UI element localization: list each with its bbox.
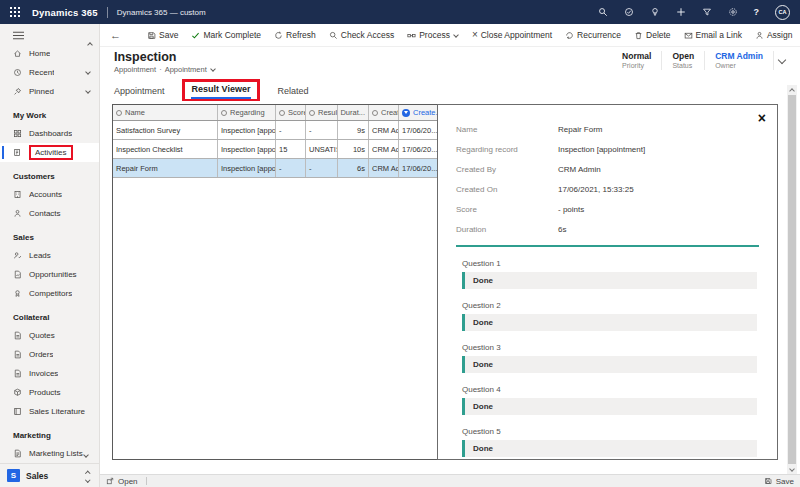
column-header-createdon-sorted[interactable]: Create... — [398, 105, 438, 120]
sidebar-group-title: Marketing — [0, 421, 99, 444]
owner-value[interactable]: CRM Admin — [715, 51, 763, 61]
form-selector[interactable]: Appointment — [165, 65, 207, 74]
scrollbar-thumb[interactable] — [788, 95, 796, 464]
assign-button[interactable]: Assign — [755, 30, 793, 40]
sidebar-item-label: Products — [29, 388, 61, 397]
status-label: Status — [672, 61, 694, 70]
sidebar-item-competitors[interactable]: Competitors — [0, 284, 99, 303]
column-header-duration[interactable]: Durat... — [337, 105, 368, 120]
menu-icon[interactable] — [0, 24, 99, 44]
person-icon — [13, 209, 22, 218]
sidebar-item-pinned[interactable]: Pinned — [0, 82, 99, 101]
sidebar-item-orders[interactable]: Orders — [0, 345, 99, 364]
sort-descending-icon — [402, 109, 410, 117]
sidebar-scroll-down[interactable] — [83, 450, 89, 460]
field-label: Created On — [456, 185, 558, 194]
popout-button[interactable]: Open — [106, 477, 138, 486]
home-icon — [13, 49, 22, 58]
mark-complete-button[interactable]: Mark Complete — [191, 30, 261, 40]
table-row-selected[interactable]: Repair Form Inspection [appoi... - - 6s … — [113, 159, 438, 178]
cube-icon — [13, 388, 22, 397]
email-link-button[interactable]: Email a Link — [684, 30, 742, 40]
gear-icon[interactable] — [728, 7, 738, 17]
tab-result-viewer[interactable]: Result Viewer — [191, 84, 252, 99]
sidebar-item-quotes[interactable]: Quotes — [0, 326, 99, 345]
sidebar-item-activities[interactable]: Activities — [0, 143, 99, 162]
question-label: Question 5 — [462, 427, 757, 436]
tab-appointment[interactable]: Appointment — [114, 86, 165, 101]
chevron-down-icon[interactable] — [85, 69, 91, 75]
delete-button[interactable]: Delete — [634, 30, 671, 40]
table-row[interactable]: Inspection Checklist Inspection [appoi..… — [113, 140, 438, 159]
column-header-name[interactable]: Name — [113, 105, 217, 120]
sidebar-item-accounts[interactable]: Accounts — [0, 185, 99, 204]
sidebar-item-leads[interactable]: Leads — [0, 246, 99, 265]
app-name[interactable]: Dynamics 365 — [32, 7, 98, 18]
subtitle-separator: · — [159, 65, 162, 74]
column-header-score[interactable]: Score — [275, 105, 305, 120]
question-answer: Done — [462, 440, 757, 457]
list-icon — [13, 449, 22, 458]
check-circle-icon[interactable] — [624, 7, 634, 17]
magnifier-icon — [329, 31, 338, 40]
sidebar-item-products[interactable]: Products — [0, 383, 99, 402]
chevron-down-icon[interactable] — [210, 66, 216, 72]
column-header-result[interactable]: Result — [305, 105, 337, 120]
sidebar-item-home[interactable]: Home — [0, 44, 99, 63]
sidebar-item-recent[interactable]: Recent — [0, 63, 99, 82]
column-header-createdby[interactable]: Creat... — [368, 105, 398, 120]
close-appointment-button[interactable]: × Close Appointment — [472, 30, 552, 40]
environment-name[interactable]: Dynamics 365 — custom — [117, 8, 206, 17]
process-button[interactable]: Process — [407, 30, 459, 40]
column-icon — [279, 110, 285, 116]
avatar[interactable]: CA — [775, 5, 790, 20]
plus-icon[interactable] — [676, 7, 686, 17]
field-label: Score — [456, 205, 558, 214]
field-value: Inspection [appointment] — [558, 145, 645, 154]
area-label: Sales — [26, 471, 79, 481]
back-button[interactable]: ← — [110, 29, 121, 41]
search-icon[interactable] — [598, 7, 608, 17]
check-access-button[interactable]: Check Access — [329, 30, 394, 40]
tab-related[interactable]: Related — [277, 86, 308, 101]
statusbar-save-button[interactable]: Save — [764, 477, 794, 486]
clock-icon — [13, 68, 22, 77]
sidebar-item-invoices[interactable]: Invoices — [0, 364, 99, 383]
status-bar: Open Save — [100, 474, 800, 487]
header-expand-chevron[interactable] — [778, 56, 786, 66]
area-switcher[interactable]: S Sales — [0, 463, 99, 487]
field-label: Name — [456, 125, 558, 134]
refresh-button[interactable]: Refresh — [274, 30, 316, 40]
sidebar-item-sales-literature[interactable]: Sales Literature — [0, 402, 99, 421]
area-switch-chevrons-icon[interactable] — [85, 469, 93, 482]
table-row[interactable]: Satisfaction Survey Inspection [appoi...… — [113, 121, 438, 140]
column-icon — [309, 110, 315, 116]
popout-icon — [106, 477, 114, 485]
sidebar-item-label: Opportunities — [29, 270, 77, 279]
scroll-down-icon[interactable] — [789, 464, 795, 474]
recurrence-button[interactable]: Recurrence — [565, 30, 621, 40]
waffle-icon[interactable] — [10, 7, 20, 17]
sidebar-item-contacts[interactable]: Contacts — [0, 204, 99, 223]
sidebar-group-title: Customers — [0, 162, 99, 185]
topbar-divider — [107, 7, 108, 18]
chevron-down-icon[interactable] — [85, 88, 91, 94]
sidebar-item-dashboards[interactable]: Dashboards — [0, 124, 99, 143]
filter-icon[interactable] — [702, 7, 712, 17]
sidebar-item-opportunities[interactable]: Opportunities — [0, 265, 99, 284]
save-button[interactable]: Save — [147, 30, 178, 40]
priority-label: Priority — [622, 61, 651, 70]
vertical-scrollbar[interactable] — [787, 85, 797, 474]
sidebar-item-label: Sales Literature — [29, 407, 85, 416]
lightbulb-icon[interactable] — [650, 7, 660, 17]
column-header-regarding[interactable]: Regarding — [217, 105, 275, 120]
sidebar-item-label: Accounts — [29, 190, 62, 199]
floppy-icon — [147, 31, 156, 40]
question-label: Question 4 — [462, 385, 757, 394]
sidebar-group-title: Collateral — [0, 303, 99, 326]
question-label: Question 1 — [462, 259, 757, 268]
recurrence-icon — [565, 31, 574, 40]
help-icon[interactable]: ? — [754, 7, 760, 17]
scroll-up-icon[interactable] — [789, 85, 795, 95]
close-panel-icon[interactable]: × — [758, 112, 766, 124]
